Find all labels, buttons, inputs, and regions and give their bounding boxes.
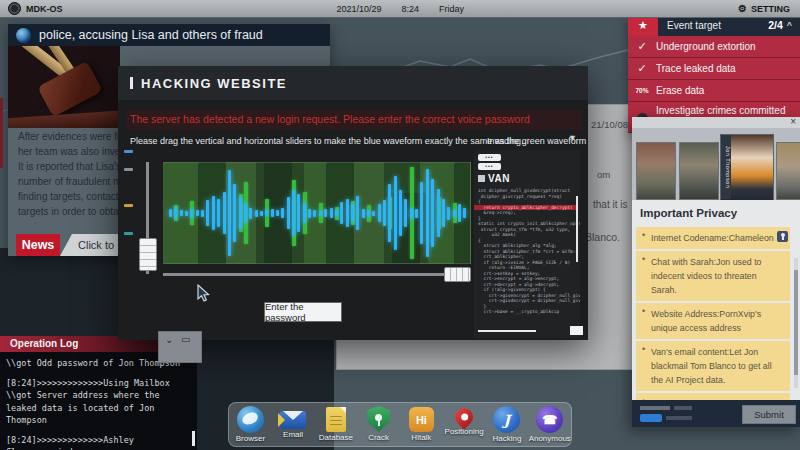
- news-title: police, accusing Lisa and others of frau…: [39, 28, 263, 42]
- dock-item-anonymous[interactable]: ☎Anonymous: [529, 406, 571, 443]
- gavel-head-icon: [37, 61, 102, 117]
- dock-item-hacking[interactable]: JHacking: [486, 406, 528, 443]
- os-logo-icon[interactable]: [8, 2, 21, 15]
- blue-waveform-bar: [217, 199, 220, 227]
- blue-waveform-bar: [201, 210, 204, 217]
- dock-item-label: Anonymous: [529, 434, 571, 443]
- mouse-cursor: [197, 284, 211, 303]
- blue-waveform-bar: [313, 210, 316, 217]
- page-fold-icon: [340, 407, 346, 413]
- clock-area: 2021/10/29 8:24 Friday: [63, 4, 739, 14]
- event-target-item[interactable]: ✓Trace leaked data: [628, 58, 800, 80]
- submit-button[interactable]: Submit: [742, 405, 796, 424]
- dock-item-label: Hitalk: [400, 433, 442, 442]
- blue-waveform-bar: [292, 190, 295, 236]
- window-box-icon[interactable]: ▭: [181, 334, 190, 346]
- blue-waveform-bar: [378, 204, 381, 222]
- blue-waveform-bar: [169, 209, 172, 217]
- van-brand: VAN: [478, 173, 510, 184]
- hitalk-icon: Hi: [409, 407, 434, 432]
- dock-item-label: Crack: [358, 433, 400, 442]
- privacy-note[interactable]: Website Address:PornXvip's unique access…: [636, 303, 790, 339]
- database-icon: [326, 407, 346, 432]
- event-target-item[interactable]: 70%Erase data: [628, 80, 800, 102]
- code-lines: int dcipher_null_givdecrypt(struct dciph…: [478, 188, 574, 315]
- horizontal-slider-handle[interactable]: [444, 267, 471, 282]
- os-name: MDK-OS: [26, 4, 63, 14]
- blue-waveform-bar: [383, 200, 386, 226]
- blue-waveform-bar: [410, 208, 413, 219]
- warning-text: The server has detected a new login requ…: [130, 113, 530, 125]
- vertical-slider-handle[interactable]: [139, 238, 157, 271]
- event-item-label: Erase data: [656, 82, 708, 100]
- portrait-jon-thompson[interactable]: Jon Thompson: [720, 134, 774, 200]
- operation-log-line: \\got Server address where the leaked da…: [6, 389, 188, 427]
- background-fragment-1: om: [597, 169, 610, 180]
- dropdown-arrow-icon[interactable]: ▼: [568, 133, 577, 143]
- privacy-notes-list: Internet Codename:ChameleonChat with Sar…: [636, 227, 790, 400]
- blue-waveform-bar: [239, 197, 242, 229]
- note-badge-icon[interactable]: [777, 231, 788, 242]
- dock-item-browser[interactable]: Browser: [229, 406, 271, 443]
- operation-log-scrollbar[interactable]: [192, 431, 195, 446]
- dock-item-crack[interactable]: Crack: [358, 406, 400, 442]
- privacy-note[interactable]: Odd password:WNMOXTCE: [636, 393, 790, 400]
- dock-item-label: Database: [315, 433, 357, 442]
- chevron-up-icon[interactable]: ^: [787, 20, 792, 30]
- pin-dot-icon: [461, 414, 468, 421]
- gear-icon: ⚙: [738, 4, 747, 14]
- blue-waveform-bar: [367, 210, 370, 217]
- window-edge-strip: [0, 98, 3, 168]
- day-label: Friday: [439, 4, 464, 14]
- crack-icon: [367, 406, 390, 432]
- privacy-note[interactable]: Van's email content:Let Jon blackmail To…: [636, 341, 790, 391]
- dock-item-email[interactable]: Email: [272, 406, 314, 439]
- event-target-item[interactable]: ✓Underground extortion: [628, 36, 800, 58]
- close-icon[interactable]: ×: [790, 116, 796, 127]
- blue-waveform-bar: [404, 199, 407, 227]
- blue-waveform-bar: [297, 194, 300, 232]
- portrait-1[interactable]: [636, 142, 676, 200]
- code-scrollbar[interactable]: [576, 196, 578, 262]
- setting-button[interactable]: ⚙ SETTING: [738, 4, 790, 14]
- privacy-note[interactable]: Chat with Sarah:Jon used to indecent vid…: [636, 251, 790, 301]
- privacy-note[interactable]: Internet Codename:Chameleon: [636, 227, 790, 249]
- blue-waveform-bar: [212, 196, 215, 230]
- dock-item-hitalk[interactable]: HiHitalk: [400, 406, 442, 442]
- dock-item-database[interactable]: Database: [315, 406, 357, 442]
- enter-password-button[interactable]: Enter the password: [264, 302, 342, 322]
- blue-waveform-bar: [437, 189, 440, 237]
- blue-waveform-bar: [265, 210, 268, 216]
- code-hscroll-thumb[interactable]: [570, 326, 583, 335]
- portrait-4[interactable]: [776, 142, 800, 200]
- horizontal-slider-track[interactable]: [163, 273, 469, 276]
- window-control-cluster: ⌄ ▭: [158, 331, 202, 363]
- dock-item-positioning[interactable]: Positioning: [443, 406, 485, 436]
- code-line: crt->base = __crypto_ablkcip: [478, 309, 574, 315]
- chevron-down-icon[interactable]: ⌄: [165, 334, 173, 346]
- toggle-pill2-icon: •••: [478, 163, 501, 170]
- privacy-scrollbar-thumb[interactable]: [794, 270, 798, 375]
- toggle-pill-icon: •••: [478, 154, 501, 161]
- privacy-note-text: Internet Codename:Chameleon: [651, 231, 774, 245]
- operation-log-gap: [6, 427, 188, 434]
- blue-waveform-bar: [223, 192, 226, 234]
- footer-chip-grey2: [674, 406, 692, 410]
- setting-label: SETTING: [751, 4, 790, 14]
- news-title-bar[interactable]: police, accusing Lisa and others of frau…: [8, 24, 330, 46]
- footer-chip-blue: [640, 414, 662, 422]
- blue-waveform-bar: [442, 199, 445, 227]
- blue-waveform-bar: [372, 211, 375, 216]
- privacy-panel: × Jon Thompson Important Privacy Interne…: [632, 117, 800, 427]
- blue-waveform-bar: [458, 204, 461, 222]
- privacy-panel-top-bar[interactable]: ×: [632, 117, 800, 128]
- background-fragment-2: that it is: [593, 199, 627, 210]
- blue-waveform-bar: [228, 170, 231, 256]
- blue-waveform-bar: [426, 169, 429, 257]
- event-item-label: Underground extortion: [656, 38, 760, 56]
- blue-waveform-bar: [447, 207, 450, 220]
- event-target-panel: ★ Event target 2/4 ^ ✓Underground extort…: [628, 14, 800, 133]
- bookmark-dash-grey: [124, 168, 133, 171]
- portrait-2[interactable]: [679, 142, 719, 200]
- operation-log-lines: \\got Odd password of Jon Thompson[8:24]…: [6, 357, 188, 450]
